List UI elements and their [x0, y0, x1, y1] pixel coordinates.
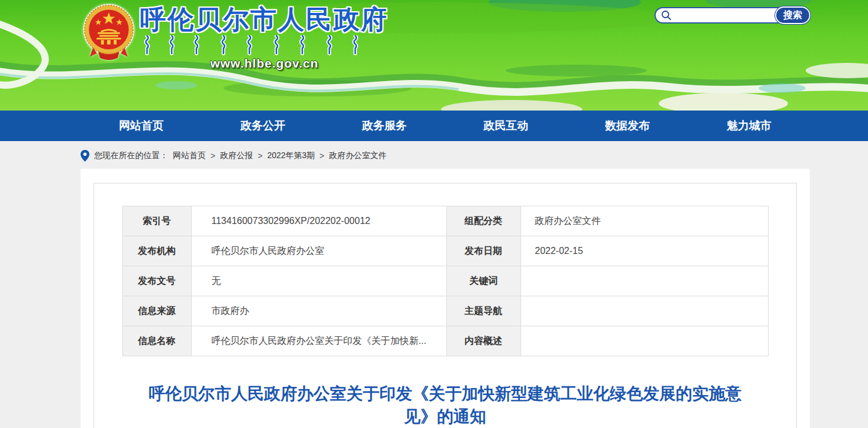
- meta-label-category: 组配分类: [446, 206, 520, 236]
- meta-label-publish-date: 发布日期: [446, 236, 520, 266]
- meta-value-topic-nav: [520, 296, 768, 326]
- breadcrumb-row: 您现在所在的位置： 网站首页 > 政府公报 > 2022年第3期 > 政府办公室…: [0, 141, 868, 169]
- breadcrumb-link-issue[interactable]: 2022年第3期: [267, 151, 315, 161]
- search-icon: [661, 10, 672, 21]
- search-input[interactable]: [672, 9, 775, 22]
- page: 呼伦贝尔市人民政府: [0, 0, 868, 428]
- site-url: www.hlbe.gov.cn: [140, 56, 389, 71]
- meta-label-document-number: 发布文号: [122, 266, 191, 296]
- breadcrumb-separator: >: [211, 151, 215, 160]
- nav-item-interaction[interactable]: 政民互动: [445, 111, 567, 141]
- main-nav: 网站首页 政务公开 政务服务 政民互动 数据发布 魅力城市: [0, 111, 868, 141]
- table-row: 索引号 1134160073302996XP/202202-00012 组配分类…: [122, 206, 768, 236]
- meta-value-document-number: 无: [191, 266, 446, 296]
- breadcrumb-link-home[interactable]: 网站首页: [173, 151, 206, 161]
- meta-label-keywords: 关键词: [446, 266, 520, 296]
- meta-value-summary: [520, 326, 768, 356]
- main-content: 索引号 1134160073302996XP/202202-00012 组配分类…: [0, 169, 868, 428]
- national-emblem-logo: [81, 4, 136, 60]
- site-banner: 呼伦贝尔市人民政府: [0, 0, 868, 111]
- breadcrumb-separator: >: [319, 151, 324, 160]
- breadcrumb-separator: >: [258, 151, 262, 160]
- nav-item-city[interactable]: 魅力城市: [688, 111, 810, 141]
- nav-item-home[interactable]: 网站首页: [81, 111, 202, 141]
- table-row: 信息来源 市政府办 主题导航: [122, 296, 768, 326]
- meta-value-index-number: 1134160073302996XP/202202-00012: [191, 206, 446, 236]
- location-pin-icon: [81, 150, 89, 162]
- mongolian-script-icon: [142, 35, 361, 55]
- meta-value-info-name: 呼伦贝尔市人民政府办公室关于印发《关于加快新...: [191, 326, 446, 356]
- meta-value-publish-date: 2022-02-15: [520, 236, 768, 266]
- nav-item-gov-service[interactable]: 政务服务: [323, 111, 445, 141]
- meta-label-info-source: 信息来源: [122, 296, 191, 326]
- document-meta-table: 索引号 1134160073302996XP/202202-00012 组配分类…: [122, 206, 769, 356]
- content-card: 索引号 1134160073302996XP/202202-00012 组配分类…: [81, 169, 810, 428]
- meta-value-keywords: [520, 266, 768, 296]
- site-title: 呼伦贝尔市人民政府: [140, 6, 389, 33]
- search-button[interactable]: 搜索: [775, 6, 810, 24]
- document-panel: 索引号 1134160073302996XP/202202-00012 组配分类…: [94, 183, 797, 428]
- nav-item-data[interactable]: 数据发布: [567, 111, 689, 141]
- meta-label-topic-nav: 主题导航: [446, 296, 520, 326]
- meta-label-summary: 内容概述: [446, 326, 520, 356]
- breadcrumb-link-category[interactable]: 政府办公室文件: [329, 151, 387, 161]
- breadcrumb-link-gazette[interactable]: 政府公报: [220, 151, 253, 161]
- nav-inner: 网站首页 政务公开 政务服务 政民互动 数据发布 魅力城市: [81, 111, 810, 141]
- breadcrumb: 您现在所在的位置： 网站首页 > 政府公报 > 2022年第3期 > 政府办公室…: [81, 150, 810, 162]
- table-row: 发布文号 无 关键词: [122, 266, 768, 296]
- search-bar: 搜索: [655, 7, 810, 24]
- meta-label-info-name: 信息名称: [122, 326, 191, 356]
- table-row: 信息名称 呼伦贝尔市人民政府办公室关于印发《关于加快新... 内容概述: [122, 326, 768, 356]
- meta-value-category: 政府办公室文件: [520, 206, 768, 236]
- meta-value-issuing-agency: 呼伦贝尔市人民政府办公室: [191, 236, 446, 266]
- meta-value-info-source: 市政府办: [191, 296, 446, 326]
- meta-label-issuing-agency: 发布机构: [122, 236, 191, 266]
- site-brand: 呼伦贝尔市人民政府: [81, 4, 389, 71]
- brand-text: 呼伦贝尔市人民政府: [140, 4, 389, 71]
- nav-item-gov-info[interactable]: 政务公开: [202, 111, 324, 141]
- table-row: 发布机构 呼伦贝尔市人民政府办公室 发布日期 2022-02-15: [122, 236, 768, 266]
- breadcrumb-prefix: 您现在所在的位置：: [94, 151, 168, 161]
- document-title: 呼伦贝尔市人民政府办公室关于印发《关于加快新型建筑工业化绿色发展的实施意见》的通…: [139, 382, 751, 428]
- meta-label-index-number: 索引号: [122, 206, 191, 236]
